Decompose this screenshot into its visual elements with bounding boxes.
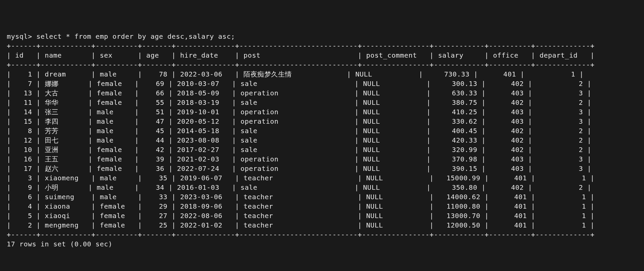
- table-header: | id | name | sex | age | hire_date | po…: [7, 51, 594, 59]
- table-row: | 8 | 芳芳 | male | 45 | 2014-05-18 | sale…: [7, 127, 591, 135]
- table-row: | 9 | 小明 | male | 34 | 2016-01-03 | sale…: [7, 183, 591, 191]
- table-row: | 12 | 田七 | male | 44 | 2023-08-08 | sal…: [7, 136, 591, 144]
- table-border-bottom: +------+------------+----------+-------+…: [7, 231, 594, 239]
- table-row: | 5 | xiaoqi | female | 27 | 2022-08-06 …: [7, 212, 594, 220]
- mysql-terminal[interactable]: mysql> select * from emp order by age de…: [7, 32, 637, 249]
- table-row: | 16 | 王五 | female | 39 | 2021-02-03 | o…: [7, 155, 591, 163]
- table-row: | 7 | 娜娜 | female | 69 | 2010-03-07 | sa…: [7, 80, 591, 88]
- table-row: | 15 | 李四 | male | 47 | 2020-05-12 | ope…: [7, 117, 591, 125]
- table-row: | 11 | 华华 | female | 55 | 2018-03-19 | s…: [7, 98, 591, 107]
- table-border-top: +------+------------+----------+-------+…: [7, 42, 594, 50]
- table-row: | 14 | 张三 | male | 51 | 2019-10-01 | ope…: [7, 108, 591, 116]
- mysql-prompt: mysql>: [7, 32, 36, 40]
- table-row: | 13 | 大古 | female | 66 | 2018-05-09 | o…: [7, 89, 591, 97]
- table-row: | 10 | 亚洲 | female | 42 | 2017-02-27 | s…: [7, 146, 591, 154]
- table-row: | 1 | dream | male | 78 | 2022-03-06 | 陌…: [7, 70, 584, 78]
- table-row: | 6 | suimeng | male | 33 | 2023-03-06 |…: [7, 193, 594, 201]
- table-row: | 17 | 赵六 | female | 36 | 2022-07-24 | o…: [7, 164, 591, 173]
- table-border-header: +------+------------+----------+-------+…: [7, 61, 594, 69]
- table-row: | 4 | xiaona | female | 29 | 2018-09-06 …: [7, 202, 594, 210]
- table-row: | 3 | xiaomeng | male | 35 | 2019-06-07 …: [7, 174, 594, 182]
- table-row: | 2 | mengmeng | female | 25 | 2022-01-0…: [7, 221, 594, 229]
- query-status: 17 rows in set (0.00 sec): [7, 240, 113, 248]
- sql-query: select * from emp order by age desc,sala…: [36, 32, 235, 40]
